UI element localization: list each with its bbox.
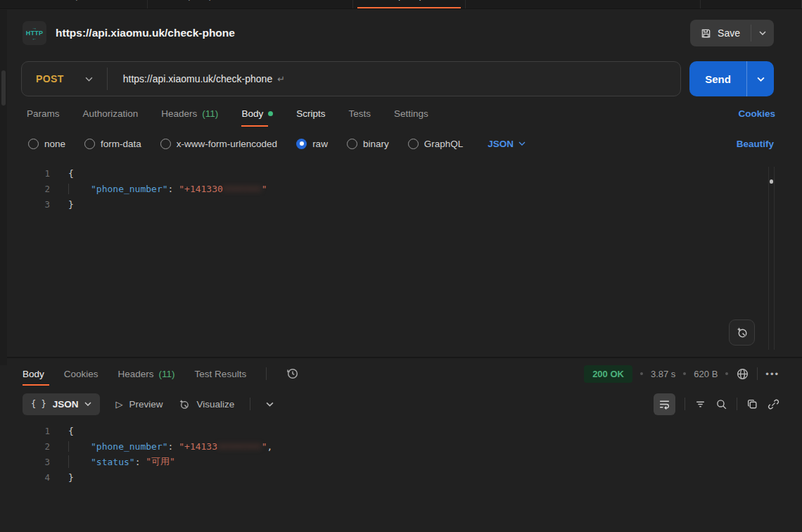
visualize-label: Visualize (196, 399, 234, 410)
play-icon: ▷ (115, 399, 122, 410)
response-tab-body[interactable]: Body (23, 358, 44, 389)
response-body-viewer[interactable]: 1{2"phone_number": "+14133••••••••",3"st… (18, 423, 784, 516)
code-token: " (262, 441, 267, 452)
body-type-raw[interactable]: raw (296, 139, 328, 149)
chevron-down-icon (757, 77, 765, 82)
code-token: : (168, 184, 179, 194)
filter-button[interactable] (694, 398, 706, 410)
app-tab[interactable]: GETUntitled Request (0, 0, 148, 9)
app-tab-strip: GETUntitled RequestGEThttps://api.xiaomu… (0, 0, 802, 9)
chevron-down-icon (518, 141, 526, 146)
editor-scrollbar[interactable] (768, 167, 775, 350)
url-box: POST https://api.xiaomu.uk/check-phone↵ (21, 61, 681, 96)
tab-label: Scripts (296, 108, 325, 119)
response-tab-cookies[interactable]: Cookies (64, 358, 98, 389)
code-token: "+14133 (179, 441, 217, 452)
filter-lines-icon (694, 398, 706, 410)
postbot-button[interactable] (729, 319, 755, 346)
tab-authorization[interactable]: Authorization (83, 96, 139, 130)
body-type-x-www-form-urlencoded[interactable]: x-www-form-urlencoded (160, 139, 277, 149)
save-button-label: Save (718, 27, 740, 39)
search-button[interactable] (715, 398, 727, 410)
response-tab-test-results[interactable]: Test Results (195, 358, 247, 389)
line-number: 1 (18, 168, 50, 179)
separator-dot (683, 372, 686, 375)
request-body-editor[interactable]: 1{2"phone_number": "+141330•••••••"3} (18, 165, 784, 351)
code-line: 3} (18, 196, 784, 212)
tab-scripts[interactable]: Scripts (296, 96, 325, 130)
tab-label: Tests (348, 108, 371, 119)
save-options-button[interactable] (751, 20, 774, 46)
link-button[interactable] (768, 398, 779, 410)
status-badge: 200 OK (584, 365, 632, 383)
floppy-icon (701, 28, 711, 39)
request-tabs: ParamsAuthorizationHeaders(11)BodyScript… (0, 96, 802, 130)
separator-dot (725, 372, 728, 375)
unsaved-changes-dot (268, 111, 273, 116)
beautify-link[interactable]: Beautify (737, 139, 774, 149)
request-header: → HTTP ← https://api.xiaomu.uk/check-pho… (0, 9, 802, 54)
code-token: " (262, 184, 267, 194)
chevron-down-icon (759, 31, 766, 35)
tab-label: Settings (394, 108, 428, 119)
visualize-options-button[interactable] (266, 402, 274, 407)
body-type-binary[interactable]: binary (347, 139, 389, 149)
app-tab[interactable]: GEThttps://api.xiaomu.uk/ow (148, 0, 353, 9)
response-history-button[interactable] (286, 367, 299, 380)
tab-settings[interactable]: Settings (394, 96, 428, 130)
response-tabs: BodyCookiesHeaders(11)Test Results200 OK… (0, 358, 802, 389)
left-rail-handle[interactable] (1, 70, 6, 106)
body-type-form-data[interactable]: form-data (84, 139, 141, 149)
save-button[interactable]: Save (690, 20, 751, 46)
wrap-text-button[interactable] (654, 393, 675, 415)
redacted-value: •••••••• (217, 441, 262, 452)
code-content: "status": "可用" (50, 455, 175, 468)
send-split-button: Send (689, 61, 774, 96)
scrollbar-thumb[interactable] (770, 179, 773, 184)
app-tab[interactable]: POSThttps://api.xiaomu.uk/c (353, 0, 466, 9)
tab-label: Body (23, 369, 44, 379)
network-info-button[interactable] (736, 367, 749, 381)
raw-language-select[interactable]: JSON (488, 139, 526, 149)
url-input[interactable]: https://api.xiaomu.uk/check-phone↵ (108, 73, 300, 84)
app-tab-label: https://api.xiaomu.uk/ow (179, 0, 269, 1)
link-icon (768, 398, 779, 410)
new-tab-button[interactable]: + (466, 0, 489, 2)
code-content: "phone_number": "+141330•••••••" (50, 184, 267, 194)
method-selector[interactable]: POST (22, 62, 107, 96)
tab-label: Cookies (64, 369, 98, 379)
tab-label: Params (27, 108, 60, 119)
visualize-button[interactable]: Visualize (178, 398, 234, 410)
code-token: : (168, 441, 179, 452)
radio-label: raw (312, 139, 328, 149)
divider (737, 398, 737, 410)
code-token: "phone_number" (91, 441, 168, 452)
copy-button[interactable] (746, 398, 758, 410)
tab-params[interactable]: Params (27, 96, 60, 130)
response-more-actions-button[interactable]: ••• (765, 369, 779, 379)
search-icon (715, 398, 727, 410)
response-format-select[interactable]: { } JSON (23, 393, 100, 415)
line-number: 3 (18, 457, 50, 467)
tab-headers[interactable]: Headers(11) (161, 96, 218, 130)
radio-label: GraphQL (424, 139, 464, 149)
visualize-sparkle-icon (178, 398, 190, 410)
chevron-down-icon (266, 402, 274, 407)
preview-button[interactable]: ▷ Preview (115, 399, 163, 410)
line-number: 4 (18, 472, 50, 483)
send-options-button[interactable] (747, 61, 774, 96)
environment-icon (713, 0, 723, 1)
tab-body[interactable]: Body (241, 96, 273, 130)
cookies-link[interactable]: Cookies (738, 108, 775, 119)
radio-circle (160, 139, 171, 149)
response-tab-headers[interactable]: Headers(11) (118, 358, 175, 389)
line-number: 2 (18, 184, 50, 194)
send-button[interactable]: Send (689, 61, 747, 96)
code-line: 4} (18, 469, 784, 485)
body-type-graphql[interactable]: GraphQL (408, 139, 464, 149)
body-type-none[interactable]: none (28, 139, 65, 149)
preview-label: Preview (129, 399, 163, 410)
radio-label: binary (363, 139, 389, 149)
tab-tests[interactable]: Tests (348, 96, 371, 130)
environment-selector[interactable]: No environment (700, 0, 801, 9)
